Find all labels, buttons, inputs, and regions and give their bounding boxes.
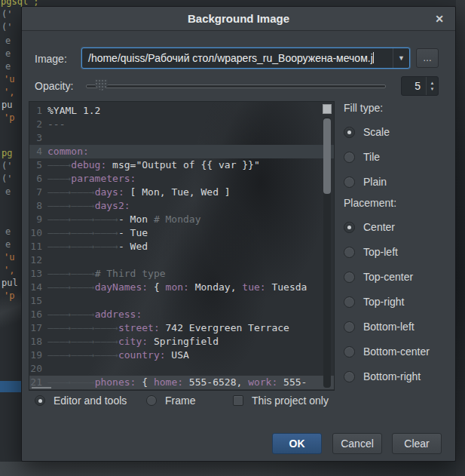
line-content: ———→———→address:	[47, 308, 334, 321]
placement-option-bottom-right[interactable]: Bottom-right	[344, 367, 455, 386]
line-number: 16	[29, 308, 47, 321]
code-line: 11———→———→———→- Wed	[29, 240, 334, 253]
radio-icon[interactable]	[344, 371, 355, 382]
option-label: Bottom-center	[363, 345, 430, 358]
option-label: Center	[363, 221, 395, 233]
screen: pgsql ;('('eee'u',pu'ppg('('eee'u',pul'p…	[0, 0, 465, 476]
radio-icon[interactable]	[344, 127, 355, 138]
opacity-value[interactable]: 5	[402, 77, 426, 95]
line-number: 15	[29, 294, 47, 308]
background-code-fragment: ('	[2, 22, 12, 32]
browse-button[interactable]: …	[416, 48, 439, 68]
opacity-label: Opacity:	[35, 80, 73, 92]
hscrollbar-thumb[interactable]	[32, 387, 51, 388]
code-line: 15	[29, 294, 334, 308]
placement-options: CenterTop-leftTop-centerTop-rightBottom-…	[344, 217, 455, 386]
background-code-fragment: ('	[2, 9, 12, 20]
line-content: ———→———→# Third type	[47, 267, 334, 281]
placement-option-top-right[interactable]: Top-right	[344, 292, 455, 312]
option-label: Plain	[363, 176, 387, 188]
background-editor-bottom	[0, 462, 465, 476]
radio-icon[interactable]	[35, 395, 45, 406]
fill-type-option-tile[interactable]: Tile	[344, 147, 455, 167]
scrollbar-cap[interactable]	[323, 104, 332, 114]
option-label: Scale	[363, 126, 390, 138]
radio-icon[interactable]	[344, 321, 355, 333]
line-number: 2	[29, 118, 47, 131]
radio-icon[interactable]	[344, 177, 355, 188]
radio-icon[interactable]	[344, 346, 355, 358]
opacity-slider[interactable]	[84, 76, 387, 96]
background-code-fragment: pul	[2, 278, 18, 288]
option-label: Frame	[165, 395, 195, 407]
spin-arrows[interactable]: ▲ ▼	[426, 77, 438, 95]
line-number: 11	[29, 240, 47, 253]
background-code-fragment: e	[5, 239, 11, 250]
checkbox-icon[interactable]	[233, 395, 243, 406]
close-icon[interactable]: ✕	[435, 7, 444, 31]
background-code-fragment: ('	[2, 174, 12, 184]
scope-option-frame[interactable]: Frame	[146, 393, 195, 408]
line-content	[47, 131, 334, 145]
cancel-button[interactable]: Cancel	[332, 433, 382, 454]
placement-option-top-center[interactable]: Top-center	[344, 267, 455, 287]
line-content: ———→debug: msg="Output of {{ var }}"	[47, 158, 334, 172]
line-content: ---	[47, 118, 334, 131]
image-path-combobox[interactable]: /home/quiss/Рабочий стол/wpapers_ru_Воор…	[81, 48, 410, 69]
line-content: common:	[47, 145, 334, 158]
radio-icon[interactable]	[344, 247, 355, 258]
line-content: ———→———→———→street: 742 Evergreen Terrac…	[47, 321, 334, 335]
line-number: 18	[29, 335, 47, 349]
code-line: 12	[29, 253, 334, 267]
scrollbar-thumb[interactable]	[323, 118, 331, 194]
background-selected-line	[0, 381, 22, 392]
radio-icon[interactable]	[344, 272, 355, 283]
option-label: Top-center	[363, 271, 413, 283]
code-line: 8———→———→days2:	[29, 199, 334, 213]
this-project-only-checkbox[interactable]: This project only	[233, 393, 329, 408]
line-content: ———→———→days: [ Mon, Tue, Wed ]	[47, 186, 334, 199]
background-code-fragment: 'p	[4, 290, 14, 301]
line-number: 3	[29, 131, 47, 145]
editor-preview[interactable]: 1%YAML 1.22---34common:5———→debug: msg="…	[29, 101, 335, 391]
chevron-down-icon[interactable]: ▼	[393, 48, 409, 68]
image-path-value[interactable]: /home/quiss/Рабочий стол/wpapers_ru_Воор…	[82, 52, 393, 64]
spin-down-icon[interactable]: ▼	[430, 86, 435, 92]
line-number: 19	[29, 349, 47, 362]
code-line: 1%YAML 1.2	[29, 104, 334, 118]
placement-option-bottom-center[interactable]: Bottom-center	[344, 342, 455, 361]
code-line: 20	[29, 362, 334, 376]
clear-button[interactable]: Clear	[392, 433, 442, 454]
placement-option-center[interactable]: Center	[344, 217, 455, 237]
fill-type-option-scale[interactable]: Scale	[344, 122, 455, 142]
options-panel: Fill type: ScaleTilePlain Placement: Cen…	[344, 102, 455, 392]
fill-type-option-plain[interactable]: Plain	[344, 172, 455, 192]
radio-icon[interactable]	[344, 296, 355, 308]
scope-option-editor-and-tools[interactable]: Editor and tools	[35, 393, 127, 408]
option-label: Top-left	[363, 246, 398, 258]
background-code-fragment: e	[5, 48, 11, 59]
slider-handle[interactable]	[95, 79, 108, 91]
placement-option-bottom-left[interactable]: Bottom-left	[344, 317, 455, 336]
dialog-titlebar[interactable]: Background Image ✕	[22, 7, 455, 31]
code-line: 19———→———→———→country: USA	[29, 349, 334, 362]
line-number: 12	[29, 253, 47, 267]
spin-up-icon[interactable]: ▲	[430, 80, 435, 86]
code-line: 3	[29, 131, 334, 145]
background-code-fragment: ',	[4, 87, 14, 97]
radio-icon[interactable]	[344, 152, 355, 163]
radio-icon[interactable]	[344, 222, 355, 233]
background-code-fragment: 'u	[4, 74, 14, 84]
option-label: Tile	[363, 151, 380, 163]
code-line: 9———→———→———→- Mon # Monday	[29, 213, 334, 226]
line-content: ———→———→———→- Mon # Monday	[47, 213, 334, 226]
placement-option-top-left[interactable]: Top-left	[344, 242, 455, 262]
dialog-title: Background Image	[22, 7, 455, 31]
ok-button[interactable]: OK	[272, 433, 322, 454]
slider-track[interactable]	[86, 84, 386, 88]
background-code-fragment: 'p	[4, 112, 14, 123]
radio-icon[interactable]	[146, 395, 157, 406]
opacity-spinbox[interactable]: 5 ▲ ▼	[401, 76, 439, 96]
code-line: 18———→———→———→city: Springfield	[29, 335, 334, 349]
line-number: 13	[29, 267, 47, 281]
